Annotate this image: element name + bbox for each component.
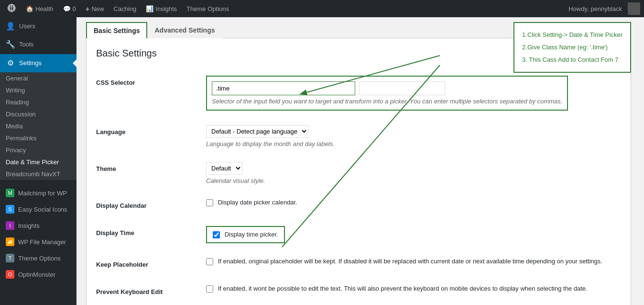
submenu-breadcrumb-navxt[interactable]: Breadcrumb NavXT (0, 168, 76, 180)
new-link[interactable]: + New (82, 0, 108, 17)
submenu-discussion[interactable]: Discussion (0, 108, 76, 120)
language-select[interactable]: Default - Detect page language English F… (206, 125, 308, 138)
tab-advanced-settings[interactable]: Advanced Settings (147, 22, 222, 38)
prevent-keyboard-edit-label: Prevent Keyboard Edit (96, 288, 163, 295)
prevent-keyboard-edit-checkbox-label: If enabled, it wont be possible to edit … (206, 285, 588, 292)
easy-social-icons-icon: S (6, 205, 14, 214)
css-selector-input2[interactable] (359, 81, 445, 95)
display-calendar-checkbox[interactable] (206, 199, 213, 206)
annotation-line3: 3. This Cass Add to Contact Fom 7 (522, 54, 622, 66)
css-selector-label: CSS Selector (96, 79, 135, 86)
field-language: Language Default - Detect page language … (96, 118, 621, 155)
annotation-box: 1.Click Setting-> Date & Time Picker 2.G… (513, 22, 631, 73)
sidebar-item-theme-options[interactable]: T Theme Options (0, 250, 76, 266)
wp-logo[interactable]: 🅦 (4, 0, 20, 17)
field-css-selector: CSS Selector Selector of the input field… (96, 68, 621, 118)
keep-placeholder-checkbox-label: If enabled, original placeholder will be… (206, 258, 602, 265)
sidebar-item-tools[interactable]: 🔧 Tools (0, 35, 76, 54)
theme-label: Theme (96, 165, 116, 172)
submenu-date-time-picker[interactable]: Date & Time Picker (0, 156, 76, 168)
wp-file-manager-icon: 📁 (6, 237, 14, 246)
field-prevent-keyboard-edit: Prevent Keyboard Edit If enabled, it won… (96, 278, 621, 305)
submenu-general[interactable]: General (0, 72, 76, 84)
comments-link[interactable]: 💬 0 (59, 0, 80, 17)
display-time-highlight-box: Display time picker. (206, 226, 285, 243)
css-selector-input[interactable] (212, 81, 355, 95)
admin-menu: 👤 Users 🔧 Tools ⚙ Settings General Writi… (0, 17, 76, 305)
field-theme: Theme Default Dark Light Calendar visual… (96, 155, 621, 192)
tools-icon: 🔧 (6, 39, 15, 50)
sidebar-item-easy-social-icons[interactable]: S Easy Social Icons (0, 201, 76, 217)
sidebar-item-mailchimp[interactable]: M Mailchimp for WP (0, 185, 76, 201)
display-calendar-checkbox-label: Display date picker calendar. (206, 199, 297, 206)
settings-panel: Basic Settings CSS Selector Selec (86, 38, 631, 305)
comment-icon: 💬 (63, 5, 71, 12)
sidebar-item-settings[interactable]: ⚙ Settings (0, 54, 76, 72)
sidebar-item-wp-file-manager[interactable]: 📁 WP File Manager (0, 234, 76, 250)
theme-options-link[interactable]: Theme Options (183, 0, 233, 17)
insights-plugin-icon: I (6, 221, 14, 230)
display-time-checkbox-label: Display time picker. (213, 231, 278, 238)
language-label: Language (96, 128, 125, 136)
adminbar-right: Howdy, pennyblack (565, 2, 640, 15)
submenu-reading[interactable]: Reading (0, 96, 76, 108)
users-icon: 👤 (6, 21, 15, 32)
sidebar-item-insights[interactable]: I Insights (0, 217, 76, 234)
submenu-permalinks[interactable]: Permalinks (0, 132, 76, 144)
css-selector-description: Selector of the input field you want to … (212, 98, 562, 105)
language-description: Language to display the month and day la… (206, 140, 616, 147)
admin-bar: 🅦 🏠 Health 💬 0 + New Caching 📊 Insights … (0, 0, 644, 17)
mailchimp-icon: M (6, 189, 14, 197)
caching-link[interactable]: Caching (110, 0, 141, 17)
sidebar-item-optinmonster[interactable]: O OptinMonster (0, 266, 76, 282)
css-selector-highlight-box: Selector of the input field you want to … (206, 76, 568, 111)
insights-icon: 📊 (146, 5, 153, 12)
sidebar-item-users[interactable]: 👤 Users (0, 17, 76, 35)
annotation-line2: 2.Give Class Name (eg: '.time') (522, 41, 622, 54)
main-content: Basic Settings Advanced Settings 1.Click… (76, 17, 644, 305)
prevent-keyboard-edit-checkbox[interactable] (206, 285, 213, 293)
submenu-writing[interactable]: Writing (0, 84, 76, 96)
display-time-checkbox[interactable] (213, 231, 220, 238)
optinmonster-icon: O (6, 270, 14, 279)
display-time-label: Display Time (96, 229, 134, 237)
theme-options-icon: T (6, 254, 14, 262)
theme-select[interactable]: Default Dark Light (206, 162, 242, 175)
submenu-privacy[interactable]: Privacy (0, 144, 76, 156)
field-display-calendar: Display Calendar Display date picker cal… (96, 192, 621, 219)
settings-icon: ⚙ (6, 58, 15, 68)
howdy-text: Howdy, pennyblack (565, 5, 626, 12)
health-link[interactable]: 🏠 Health (22, 0, 57, 17)
keep-placeholder-label: Keep Placeholder (96, 261, 148, 268)
settings-submenu: General Writing Reading Discussion Media… (0, 72, 76, 180)
keep-placeholder-checkbox[interactable] (206, 258, 213, 265)
annotation-line1: 1.Click Setting-> Date & Time Picker (522, 29, 622, 41)
home-icon: 🏠 (26, 5, 33, 12)
tab-basic-settings[interactable]: Basic Settings (86, 22, 147, 38)
plus-icon: + (86, 5, 90, 13)
avatar (628, 2, 640, 15)
settings-table: CSS Selector Selector of the input field… (96, 68, 621, 305)
field-display-time: Display Time Display time picker. (96, 219, 621, 250)
display-calendar-label: Display Calendar (96, 202, 147, 209)
field-keep-placeholder: Keep Placeholder If enabled, original pl… (96, 250, 621, 278)
submenu-media[interactable]: Media (0, 120, 76, 132)
theme-description: Calendar visual style. (206, 177, 616, 184)
insights-link[interactable]: 📊 Insights (142, 0, 181, 17)
